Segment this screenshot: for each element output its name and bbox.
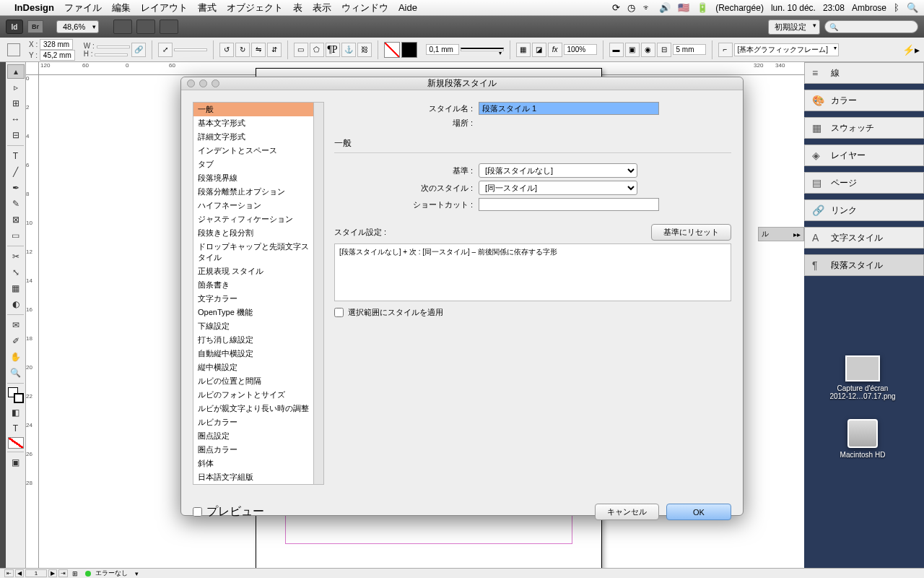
- sidebar-scrollbar[interactable]: [314, 102, 324, 485]
- note-tool[interactable]: ✉: [7, 318, 25, 332]
- view-options-button[interactable]: [113, 20, 132, 34]
- sidebar-item[interactable]: 下線設定: [193, 319, 313, 333]
- menu-view[interactable]: 表示: [313, 1, 331, 14]
- menubar-time[interactable]: 23:08: [823, 3, 845, 13]
- flip-h-button[interactable]: ⇋: [251, 43, 266, 57]
- sidebar-item[interactable]: 箇条書き: [193, 278, 313, 292]
- page-tool[interactable]: ⊞: [7, 96, 25, 111]
- based-on-dropdown[interactable]: [段落スタイルなし]: [479, 163, 637, 178]
- rotate-cw-button[interactable]: ↻: [235, 43, 250, 57]
- app-name[interactable]: InDesign: [14, 2, 54, 13]
- preflight-status[interactable]: エラーなし: [95, 569, 128, 578]
- window-traffic-lights[interactable]: [187, 79, 219, 87]
- sync-icon[interactable]: ⟳: [612, 2, 620, 13]
- panel-links[interactable]: 🔗リンク: [804, 199, 924, 221]
- sidebar-item[interactable]: 圏点カラー: [193, 443, 313, 457]
- sidebar-item[interactable]: インデントとスペース: [193, 144, 313, 158]
- constrain-link-icon[interactable]: 🔗: [131, 43, 146, 57]
- sidebar-item[interactable]: OpenType 機能: [193, 306, 313, 319]
- sidebar-item[interactable]: 段落境界線: [193, 171, 313, 185]
- fx-button[interactable]: fx: [548, 43, 562, 57]
- volume-icon[interactable]: 🔊: [659, 2, 671, 13]
- sidebar-item[interactable]: 詳細文字形式: [193, 130, 313, 144]
- panel-layers[interactable]: ◈レイヤー: [804, 144, 924, 166]
- screen-mode-tool[interactable]: ▣: [7, 455, 25, 470]
- input-flag-icon[interactable]: 🇺🇸: [678, 2, 689, 13]
- collapsed-panel-tabs[interactable]: ル▸▸: [758, 227, 804, 241]
- ruler-origin[interactable]: [26, 62, 39, 75]
- opacity-field[interactable]: 100%: [564, 44, 597, 55]
- w-field[interactable]: [97, 46, 130, 48]
- spotlight-icon[interactable]: 🔍: [907, 2, 918, 13]
- sidebar-item[interactable]: タブ: [193, 158, 313, 171]
- preflight-dropdown[interactable]: ▾: [135, 570, 139, 577]
- next-style-dropdown[interactable]: [同一スタイル]: [479, 181, 637, 195]
- gradient-swatch-tool[interactable]: ▦: [7, 281, 25, 296]
- panel-swatches[interactable]: ▦スウォッチ: [804, 117, 924, 139]
- selection-tool[interactable]: ▴: [7, 64, 25, 79]
- sidebar-item[interactable]: 段抜きと段分割: [193, 226, 313, 240]
- stroke-weight-field[interactable]: 0,1 mm: [426, 44, 459, 55]
- text-wrap-bbox-button[interactable]: ▣: [625, 43, 640, 57]
- last-page-button[interactable]: ⇥: [58, 569, 68, 577]
- desktop-hd[interactable]: Macintosh HD: [823, 419, 902, 459]
- sidebar-item[interactable]: 基本文字形式: [193, 116, 313, 130]
- desktop-screenshot-file[interactable]: Capture d'écran 2012-12…07.17.png: [823, 355, 902, 400]
- text-wrap-shape-button[interactable]: ◉: [641, 43, 655, 57]
- workspace-dropdown[interactable]: 初期設定: [768, 20, 820, 35]
- first-page-button[interactable]: ⇤: [4, 569, 14, 577]
- line-tool[interactable]: ╱: [7, 165, 25, 179]
- preview-checkbox[interactable]: [193, 507, 202, 517]
- scissors-tool[interactable]: ✂: [7, 249, 25, 264]
- stroke-black-swatch[interactable]: [401, 42, 417, 58]
- sidebar-item[interactable]: ジャスティフィケーション: [193, 212, 313, 226]
- eyedropper-tool[interactable]: ✐: [7, 334, 25, 348]
- bluetooth-icon[interactable]: ᛒ: [894, 2, 899, 13]
- sidebar-item[interactable]: 段落分離禁止オプション: [193, 185, 313, 199]
- pencil-tool[interactable]: ✎: [7, 197, 25, 211]
- menu-object[interactable]: オブジェクト: [227, 1, 283, 14]
- dialog-category-list[interactable]: 一般 基本文字形式 詳細文字形式 インデントとスペース タブ 段落境界線 段落分…: [193, 102, 314, 485]
- x-field[interactable]: 328 mm: [40, 39, 73, 50]
- open-button[interactable]: ⊞: [72, 570, 78, 577]
- app-id-button[interactable]: Id: [6, 20, 23, 34]
- cancel-button[interactable]: キャンセル: [595, 504, 659, 520]
- menubar-date[interactable]: lun. 10 déc.: [771, 3, 816, 13]
- sidebar-item[interactable]: 正規表現 スタイル: [193, 264, 313, 278]
- arrange-button[interactable]: [160, 20, 178, 34]
- dialog-titlebar[interactable]: 新規段落スタイル: [181, 77, 743, 90]
- content-collector-tool[interactable]: ⊟: [7, 128, 25, 142]
- bridge-button[interactable]: Br: [27, 20, 43, 33]
- sidebar-item[interactable]: ルビのフォントとサイズ: [193, 388, 313, 402]
- sidebar-item[interactable]: ルビカラー: [193, 415, 313, 429]
- object-style-dropdown[interactable]: [基本グラフィックフレーム]: [734, 43, 840, 56]
- menu-layout[interactable]: レイアウト: [141, 1, 188, 14]
- page-number-field[interactable]: 1: [25, 569, 47, 577]
- vertical-ruler[interactable]: 0 2 4 6 8 10 12 14 16 18 20 22 24 26 28: [26, 75, 39, 568]
- fill-none-swatch[interactable]: [384, 42, 400, 58]
- text-wrap-jump-button[interactable]: ⊟: [657, 43, 671, 57]
- sidebar-item[interactable]: 文字カラー: [193, 292, 313, 306]
- sidebar-item[interactable]: 打ち消し線設定: [193, 333, 313, 347]
- menu-table[interactable]: 表: [293, 1, 302, 14]
- shortcut-input[interactable]: [479, 198, 659, 211]
- ok-button[interactable]: OK: [666, 504, 731, 520]
- sidebar-item[interactable]: ハイフネーション: [193, 199, 313, 212]
- free-transform-tool[interactable]: ⤡: [7, 265, 25, 280]
- polygon-button[interactable]: ⬠: [310, 43, 324, 57]
- corner-options-button[interactable]: ⌐: [718, 43, 733, 57]
- zoom-tool[interactable]: 🔍: [7, 366, 25, 380]
- apply-to-selection-checkbox[interactable]: [334, 308, 344, 317]
- menubar-user[interactable]: Ambrose: [852, 3, 886, 13]
- battery-icon[interactable]: 🔋: [697, 2, 708, 13]
- pen-tool[interactable]: ✒: [7, 181, 25, 195]
- text-wrap-none-button[interactable]: ▬: [609, 43, 624, 57]
- default-fill-stroke-button[interactable]: ◧: [7, 405, 25, 420]
- scale-x-icon[interactable]: ⤢: [158, 43, 173, 57]
- direct-selection-tool[interactable]: ▹: [7, 80, 25, 95]
- sidebar-item[interactable]: 自動縦中横設定: [193, 347, 313, 361]
- y-field[interactable]: 45,2 mm: [40, 50, 75, 61]
- select-container-button[interactable]: ▭: [294, 43, 308, 57]
- help-search[interactable]: 🔍: [824, 20, 918, 33]
- type-tool[interactable]: T: [7, 149, 25, 163]
